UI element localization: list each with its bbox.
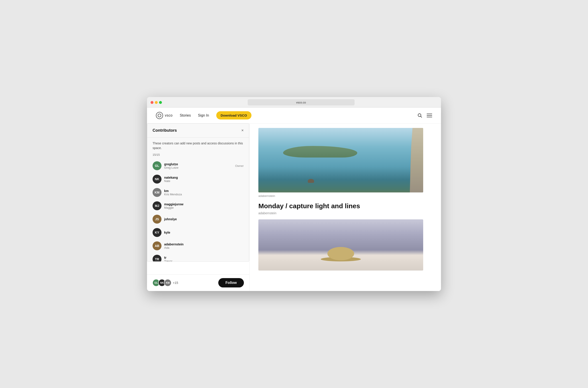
avatar-count: +15 (173, 281, 178, 285)
svg-point-0 (418, 114, 421, 117)
contributor-avatar: MJ (153, 201, 161, 210)
contributor-username: maggiejurow (164, 202, 244, 206)
logo-circle-icon (156, 112, 163, 119)
contributor-username: natekang (164, 176, 244, 179)
contributor-username: adabernstein (164, 242, 244, 246)
traffic-lights (151, 101, 162, 104)
right-content: adabernstein Monday / capture light and … (249, 123, 441, 291)
browser-content: vsco Stories Sign In Download VSCO (147, 107, 441, 291)
left-panel: ··· es Contributors × These creators can… (147, 123, 249, 291)
contributor-info: adabernstein Ada (164, 242, 244, 249)
avatar-stack: GL NK KM +15 (152, 279, 178, 287)
contributor-username: kyle (164, 231, 244, 234)
address-bar (165, 99, 437, 105)
hamburger-icon (427, 114, 432, 118)
article-title: Monday / capture light and lines (258, 202, 432, 210)
fullscreen-traffic-light[interactable] (159, 101, 162, 104)
close-traffic-light[interactable] (151, 101, 154, 104)
contributor-role: Owner (235, 164, 244, 168)
logo-inner-circle (158, 114, 161, 117)
contributor-username: johnslye (164, 217, 244, 221)
contributor-username: tr (164, 256, 244, 259)
nav-signin-link[interactable]: Sign In (198, 114, 209, 118)
contributors-list: GL greglutze Greg Lutze Owner NK nateka (147, 159, 249, 261)
contributor-item[interactable]: TR tr Trevor (147, 252, 249, 261)
main-nav: vsco Stories Sign In Download VSCO (147, 107, 441, 123)
hat (327, 247, 354, 260)
sea-rock-left (410, 128, 423, 193)
url-input[interactable] (248, 99, 355, 105)
main-area: ··· es Contributors × These creators can… (147, 123, 441, 291)
logo-text: vsco (165, 114, 173, 118)
contributors-header: Contributors × (147, 124, 249, 138)
contributor-name: Greg Lutze (164, 166, 233, 169)
contributor-name: Kris Mendoza (164, 193, 244, 196)
contributor-avatar: KM (153, 188, 161, 197)
contributor-avatar: KY (153, 228, 161, 237)
contributor-item[interactable]: KY kyle (147, 226, 249, 239)
contributor-name: Ada (164, 246, 244, 249)
contributor-username: greglutze (164, 162, 233, 166)
person-photo (258, 219, 423, 270)
contributor-item[interactable]: GL greglutze Greg Lutze Owner (147, 159, 249, 172)
sea-rock (308, 179, 314, 183)
avatar-stack-item: KM (164, 279, 171, 287)
contributor-info: natekang Nate (164, 176, 244, 183)
search-icon (417, 113, 422, 118)
browser-chrome (147, 97, 441, 107)
menu-button[interactable] (427, 114, 432, 118)
nav-stories-link[interactable]: Stories (180, 114, 191, 118)
contributors-panel: Contributors × These creators can add ne… (147, 123, 249, 262)
contributor-info: kyle (164, 231, 244, 234)
download-vsco-button[interactable]: Download VSCO (216, 111, 251, 120)
photo-card-2 (258, 219, 432, 270)
sea-island (283, 146, 357, 158)
contributor-info: km Kris Mendoza (164, 189, 244, 196)
contributors-close-button[interactable]: × (241, 128, 244, 133)
contributor-username: km (164, 189, 244, 193)
browser-top-row (151, 99, 437, 105)
contributor-avatar: JS (153, 215, 161, 224)
contributor-info: johnslye (164, 217, 244, 221)
contributor-info: greglutze Greg Lutze (164, 162, 233, 169)
contributor-name: Trevor (164, 259, 244, 262)
contributor-item[interactable]: AB adabernstein Ada (147, 239, 249, 252)
contributor-item[interactable]: KM km Kris Mendoza (147, 186, 249, 199)
contributor-item[interactable]: MJ maggiejurow Maggie (147, 199, 249, 213)
svg-line-1 (421, 116, 422, 118)
contributors-description: These creators can add new posts and acc… (147, 138, 249, 152)
contributor-item[interactable]: JS johnslye (147, 213, 249, 226)
contributor-avatar: GL (153, 161, 161, 170)
vsco-logo[interactable]: vsco (156, 112, 173, 119)
follow-button[interactable]: Follow (218, 278, 244, 288)
photo-card: adabernstein (258, 128, 432, 197)
search-button[interactable] (417, 113, 422, 118)
contributors-count: 15/15 (147, 152, 249, 159)
contributor-avatar: NK (153, 175, 161, 184)
contributor-avatar: TR (153, 255, 161, 261)
contributor-info: tr Trevor (164, 256, 244, 262)
contributors-title: Contributors (153, 128, 177, 133)
contributor-item[interactable]: NK natekang Nate (147, 172, 249, 186)
bottom-bar: GL NK KM +15 Follow (147, 274, 249, 291)
browser-window: vsco Stories Sign In Download VSCO (147, 97, 441, 291)
article-author: adabernstein (258, 211, 432, 215)
article-card: Monday / capture light and lines adabern… (258, 202, 432, 215)
contributor-name: Maggie (164, 206, 244, 209)
minimize-traffic-light[interactable] (155, 101, 158, 104)
photo-attribution: adabernstein (258, 194, 432, 197)
contributor-info: maggiejurow Maggie (164, 202, 244, 209)
nav-left: vsco Stories Sign In Download VSCO (156, 111, 251, 120)
sea-photo (258, 128, 423, 193)
contributor-avatar: AB (153, 242, 161, 250)
nav-right (417, 113, 432, 118)
contributor-name: Nate (164, 179, 244, 183)
